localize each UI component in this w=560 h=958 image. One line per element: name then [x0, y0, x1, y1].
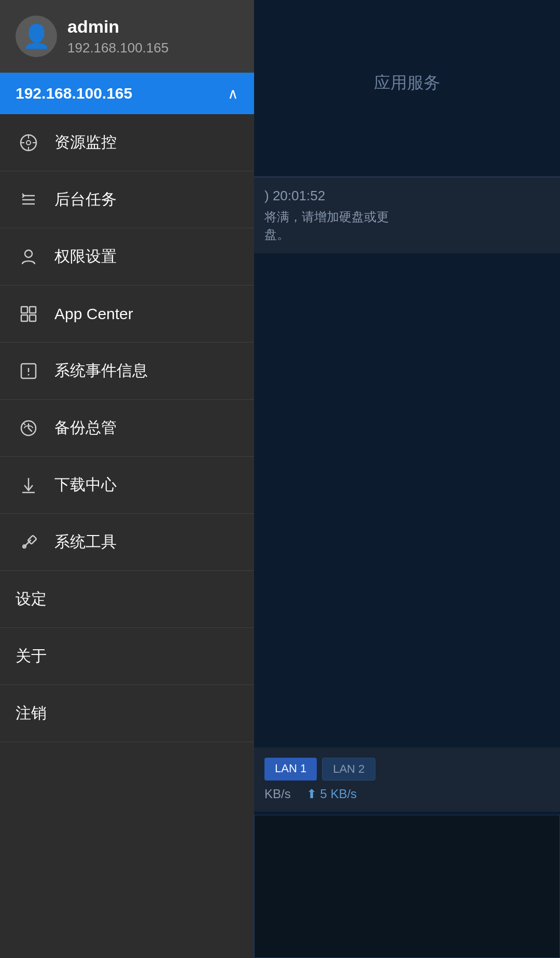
- menu-item-backup[interactable]: 备份总管: [0, 400, 254, 457]
- background-tasks-label: 后台任务: [54, 189, 117, 210]
- svg-rect-24: [28, 535, 37, 544]
- download-center-icon: [16, 472, 41, 498]
- menu-item-background-tasks[interactable]: 后台任务: [0, 171, 254, 228]
- lan1-tab[interactable]: LAN 1: [264, 758, 317, 781]
- settings-label: 设定: [16, 589, 47, 610]
- svg-rect-12: [21, 307, 27, 313]
- system-tools-icon: [16, 529, 41, 555]
- svg-point-11: [25, 250, 32, 257]
- svg-line-20: [23, 423, 25, 425]
- app-services-bar: 应用服务: [254, 62, 560, 104]
- user-ip: 192.168.100.165: [67, 40, 239, 56]
- logout-label: 注销: [16, 703, 47, 724]
- notification-text: 将满，请增加硬盘或更盘。: [264, 208, 550, 243]
- permissions-icon: [16, 244, 41, 270]
- drawer-header: 👤 admin 192.168.100.165: [0, 0, 254, 73]
- resource-monitor-label: 资源监控: [54, 132, 117, 153]
- resource-monitor-icon: [16, 130, 41, 156]
- drawer-panel: 👤 admin 192.168.100.165 192.168.100.165 …: [0, 0, 254, 958]
- system-tools-label: 系统工具: [54, 531, 117, 553]
- svg-point-1: [26, 141, 31, 145]
- about-label: 关于: [16, 646, 47, 667]
- upload-speed: ⬆ 5 KB/s: [306, 787, 357, 801]
- avatar-icon: 👤: [22, 25, 51, 48]
- menu-item-app-center[interactable]: App Center: [0, 285, 254, 343]
- active-ip-row[interactable]: 192.168.100.165 ∧: [0, 73, 254, 114]
- app-services-label: 应用服务: [374, 72, 440, 94]
- menu-item-system-tools[interactable]: 系统工具: [0, 514, 254, 571]
- network-graph: [254, 815, 560, 958]
- menu-item-system-events[interactable]: 系统事件信息: [0, 343, 254, 400]
- backup-icon: [16, 415, 41, 441]
- menu-item-resource-monitor[interactable]: 资源监控: [0, 114, 254, 171]
- user-info: admin 192.168.100.165: [67, 17, 239, 56]
- background-tasks-icon: [16, 187, 41, 213]
- app-center-icon: [16, 301, 41, 327]
- network-speed: KB/s ⬆ 5 KB/s: [264, 787, 550, 801]
- menu-item-logout[interactable]: 注销: [0, 685, 254, 742]
- lan-tabs: LAN 1 LAN 2: [264, 758, 550, 781]
- username: admin: [67, 17, 239, 37]
- permissions-label: 权限设置: [54, 246, 117, 267]
- active-ip-label: 192.168.100.165: [16, 85, 132, 102]
- download-center-label: 下载中心: [54, 474, 117, 496]
- menu-section: 资源监控 后台任务 权限设置: [0, 114, 254, 958]
- menu-item-settings[interactable]: 设定: [0, 571, 254, 628]
- menu-item-permissions[interactable]: 权限设置: [0, 228, 254, 285]
- menu-item-download-center[interactable]: 下载中心: [0, 457, 254, 514]
- avatar: 👤: [16, 16, 57, 57]
- upload-icon: ⬆: [306, 787, 317, 801]
- lan2-tab[interactable]: LAN 2: [322, 758, 375, 781]
- system-events-icon: [16, 358, 41, 384]
- chevron-up-icon: ∧: [228, 85, 239, 102]
- download-speed: KB/s: [264, 787, 291, 801]
- network-section: LAN 1 LAN 2 KB/s ⬆ 5 KB/s: [254, 747, 560, 812]
- notification-panel: ) 20:01:52 将满，请增加硬盘或更盘。: [254, 176, 560, 253]
- svg-rect-15: [30, 315, 36, 321]
- notification-time: ) 20:01:52: [264, 188, 550, 204]
- svg-rect-13: [30, 307, 36, 313]
- menu-item-about[interactable]: 关于: [0, 628, 254, 685]
- svg-point-18: [28, 374, 30, 375]
- backup-label: 备份总管: [54, 417, 117, 439]
- svg-rect-14: [21, 315, 27, 321]
- system-events-label: 系统事件信息: [54, 360, 148, 381]
- app-center-label: App Center: [54, 305, 133, 323]
